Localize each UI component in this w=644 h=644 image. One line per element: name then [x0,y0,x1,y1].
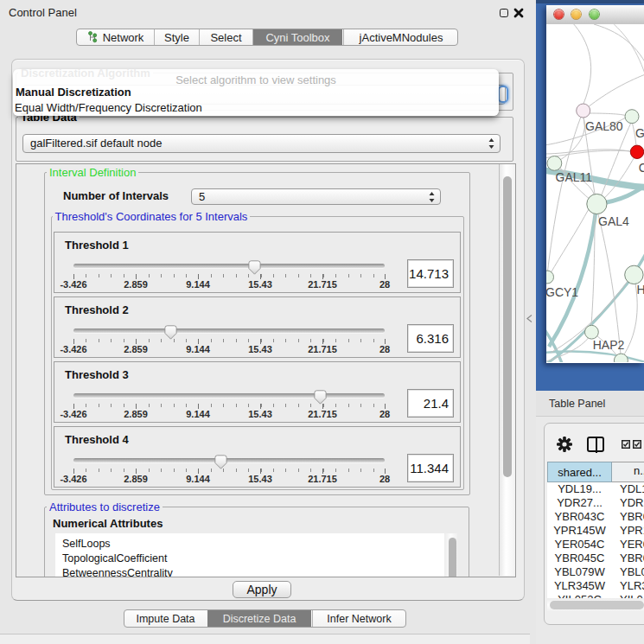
svg-text:H: H [637,283,644,296]
svg-text:G.: G. [635,126,644,140]
svg-text:GCY1: GCY1 [546,285,578,299]
svg-text:GAL80: GAL80 [585,119,623,133]
svg-text:GAL11: GAL11 [556,170,593,184]
svg-text:GAL4: GAL4 [598,214,629,228]
svg-text:HAP2: HAP2 [593,338,625,352]
svg-text:C: C [639,161,644,175]
